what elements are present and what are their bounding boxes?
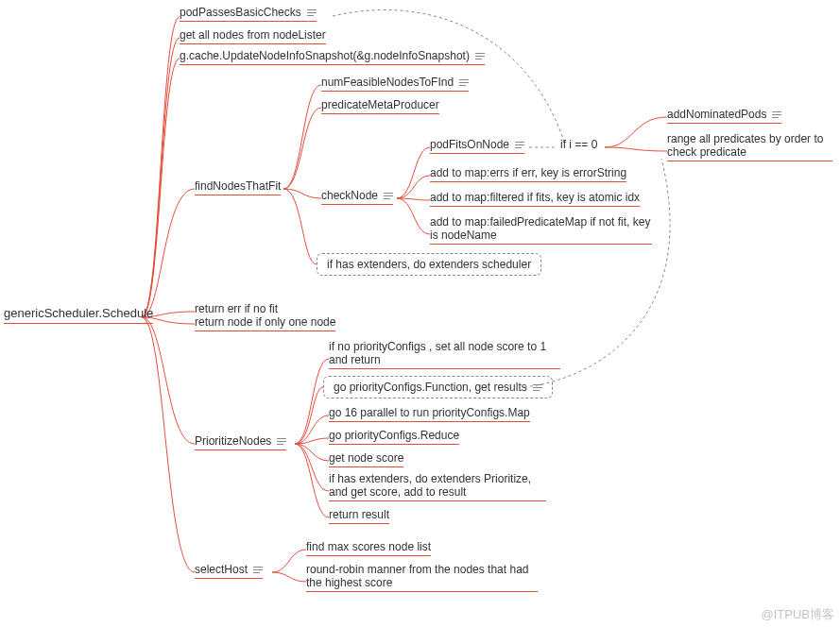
label: PrioritizeNodes bbox=[195, 434, 271, 448]
label: numFeasibleNodesToFInd bbox=[321, 76, 454, 89]
root-label: genericScheduler.Schedule bbox=[4, 306, 153, 320]
notes-icon bbox=[459, 79, 469, 86]
label: round-robin manner from the nodes that h… bbox=[306, 563, 538, 589]
node-if-i0[interactable]: if i == 0 bbox=[560, 138, 597, 153]
root-node[interactable]: genericScheduler.Schedule bbox=[4, 306, 153, 324]
label: add to map:failedPredicateMap if not fit… bbox=[430, 215, 652, 242]
label: g.cache.UpdateNodeInfoSnapshot(&g.nodeIn… bbox=[180, 49, 470, 62]
label: if i == 0 bbox=[560, 138, 597, 151]
node-num-feasible[interactable]: numFeasibleNodesToFInd bbox=[321, 76, 469, 92]
node-ext-prioritize[interactable]: if has extenders, do extenders Prioritiz… bbox=[329, 472, 546, 501]
label: podPassesBasicChecks bbox=[180, 6, 301, 19]
node-find-max-scores[interactable]: find max scores node list bbox=[306, 540, 431, 556]
node-map-failed[interactable]: add to map:failedPredicateMap if not fit… bbox=[430, 215, 652, 245]
label: return err if no fit bbox=[195, 302, 278, 315]
node-map-err[interactable]: add to map:errs if err, key is errorStri… bbox=[430, 166, 626, 182]
label: selectHost bbox=[195, 563, 248, 576]
node-predicate-meta[interactable]: predicateMetaProducer bbox=[321, 98, 439, 114]
label: findNodesThatFit bbox=[195, 179, 281, 193]
watermark-label: @ITPUB博客 bbox=[762, 607, 834, 621]
node-return-node-if-only-one[interactable]: return node if only one node bbox=[195, 315, 335, 331]
node-go-16-parallel[interactable]: go 16 parallel to run priorityConfigs.Ma… bbox=[329, 406, 530, 422]
node-return-result[interactable]: return result bbox=[329, 508, 389, 524]
notes-icon bbox=[515, 142, 524, 148]
node-select-host[interactable]: selectHost bbox=[195, 563, 263, 579]
node-check-node[interactable]: checkNode bbox=[321, 189, 393, 205]
notes-icon bbox=[307, 9, 317, 16]
node-prio-function[interactable]: go priorityConfigs.Function, get results bbox=[323, 376, 553, 398]
label: return result bbox=[329, 508, 389, 521]
node-add-nominated[interactable]: addNominatedPods bbox=[667, 108, 781, 124]
label: return node if only one node bbox=[195, 315, 335, 329]
notes-icon bbox=[384, 193, 393, 199]
label: add to map:errs if err, key is errorStri… bbox=[430, 166, 626, 179]
notes-icon bbox=[277, 438, 286, 445]
notes-icon bbox=[253, 567, 263, 573]
node-prioritize-nodes[interactable]: PrioritizeNodes bbox=[195, 434, 286, 450]
node-map-filtered[interactable]: add to map:filtered if fits, key is atom… bbox=[430, 191, 640, 207]
label: add to map:filtered if fits, key is atom… bbox=[430, 191, 640, 204]
notes-icon bbox=[475, 53, 485, 59]
node-range-predicates[interactable]: range all predicates by order to check p… bbox=[667, 132, 832, 161]
label: podFitsOnNode bbox=[430, 138, 509, 151]
label: addNominatedPods bbox=[667, 108, 766, 121]
node-pod-fits[interactable]: podFitsOnNode bbox=[430, 138, 524, 154]
label: get node score bbox=[329, 451, 403, 465]
node-prio-no-config[interactable]: if no priorityConfigs , set all node sco… bbox=[329, 340, 560, 369]
label: predicateMetaProducer bbox=[321, 98, 439, 111]
node-extenders-scheduler[interactable]: if has extenders, do extenders scheduler bbox=[317, 253, 541, 276]
notes-icon bbox=[533, 384, 542, 391]
node-pod-passes[interactable]: podPassesBasicChecks bbox=[180, 6, 317, 22]
label: range all predicates by order to check p… bbox=[667, 132, 832, 159]
label: if has extenders, do extenders Prioritiz… bbox=[329, 472, 546, 499]
node-update-snapshot[interactable]: g.cache.UpdateNodeInfoSnapshot(&g.nodeIn… bbox=[180, 49, 485, 65]
label: find max scores node list bbox=[306, 540, 431, 553]
node-find-nodes[interactable]: findNodesThatFit bbox=[195, 179, 281, 195]
node-get-all-nodes[interactable]: get all nodes from nodeLister bbox=[180, 28, 326, 44]
watermark: @ITPUB博客 bbox=[762, 606, 834, 623]
label: go 16 parallel to run priorityConfigs.Ma… bbox=[329, 406, 530, 419]
label: go priorityConfigs.Function, get results bbox=[334, 381, 527, 394]
notes-icon bbox=[772, 111, 781, 118]
label: if no priorityConfigs , set all node sco… bbox=[329, 340, 560, 366]
label: go priorityConfigs.Reduce bbox=[329, 429, 459, 442]
label: if has extenders, do extenders scheduler bbox=[327, 258, 531, 271]
node-get-score[interactable]: get node score bbox=[329, 451, 403, 467]
node-prio-reduce[interactable]: go priorityConfigs.Reduce bbox=[329, 429, 459, 445]
label: get all nodes from nodeLister bbox=[180, 28, 326, 42]
label: checkNode bbox=[321, 189, 378, 202]
node-round-robin[interactable]: round-robin manner from the nodes that h… bbox=[306, 563, 538, 592]
